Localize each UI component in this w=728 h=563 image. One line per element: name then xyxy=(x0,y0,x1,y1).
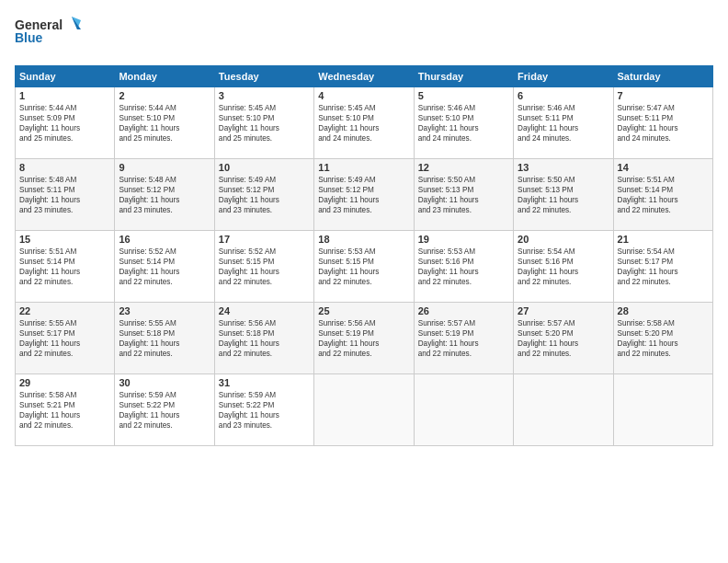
day-number: 20 xyxy=(518,234,609,245)
calendar-cell: 23Sunrise: 5:55 AM Sunset: 5:18 PM Dayli… xyxy=(115,303,214,374)
calendar-cell: 3Sunrise: 5:45 AM Sunset: 5:10 PM Daylig… xyxy=(214,87,313,159)
calendar-cell: 1Sunrise: 5:44 AM Sunset: 5:09 PM Daylig… xyxy=(16,87,115,159)
day-info: Sunrise: 5:50 AM Sunset: 5:13 PM Dayligh… xyxy=(518,175,609,215)
day-number: 2 xyxy=(119,90,210,101)
day-info: Sunrise: 5:52 AM Sunset: 5:14 PM Dayligh… xyxy=(119,247,210,287)
day-number: 26 xyxy=(418,305,509,316)
calendar-week-row: 15Sunrise: 5:51 AM Sunset: 5:14 PM Dayli… xyxy=(16,231,713,303)
calendar-cell: 22Sunrise: 5:55 AM Sunset: 5:17 PM Dayli… xyxy=(16,303,115,374)
day-number: 21 xyxy=(618,234,709,245)
day-info: Sunrise: 5:53 AM Sunset: 5:15 PM Dayligh… xyxy=(318,247,409,287)
day-number: 15 xyxy=(19,234,110,245)
day-info: Sunrise: 5:57 AM Sunset: 5:20 PM Dayligh… xyxy=(518,318,609,359)
day-info: Sunrise: 5:48 AM Sunset: 5:12 PM Dayligh… xyxy=(119,175,210,215)
calendar-cell xyxy=(613,374,712,446)
calendar-cell: 7Sunrise: 5:47 AM Sunset: 5:11 PM Daylig… xyxy=(613,87,712,159)
day-number: 22 xyxy=(19,305,110,316)
day-info: Sunrise: 5:53 AM Sunset: 5:16 PM Dayligh… xyxy=(418,247,509,287)
calendar-cell: 16Sunrise: 5:52 AM Sunset: 5:14 PM Dayli… xyxy=(115,231,214,303)
calendar-cell: 11Sunrise: 5:49 AM Sunset: 5:12 PM Dayli… xyxy=(314,159,414,231)
day-info: Sunrise: 5:57 AM Sunset: 5:19 PM Dayligh… xyxy=(418,318,509,359)
day-info: Sunrise: 5:55 AM Sunset: 5:17 PM Dayligh… xyxy=(19,318,110,359)
day-info: Sunrise: 5:45 AM Sunset: 5:10 PM Dayligh… xyxy=(318,103,409,144)
day-info: Sunrise: 5:46 AM Sunset: 5:11 PM Dayligh… xyxy=(518,103,609,144)
day-number: 9 xyxy=(119,162,210,173)
calendar-cell: 24Sunrise: 5:56 AM Sunset: 5:18 PM Dayli… xyxy=(214,303,313,374)
day-info: Sunrise: 5:50 AM Sunset: 5:13 PM Dayligh… xyxy=(418,175,509,215)
calendar-cell: 18Sunrise: 5:53 AM Sunset: 5:15 PM Dayli… xyxy=(314,231,414,303)
day-number: 12 xyxy=(418,162,509,173)
calendar-week-row: 8Sunrise: 5:48 AM Sunset: 5:11 PM Daylig… xyxy=(16,159,713,231)
calendar-cell: 17Sunrise: 5:52 AM Sunset: 5:15 PM Dayli… xyxy=(214,231,313,303)
calendar-cell: 28Sunrise: 5:58 AM Sunset: 5:20 PM Dayli… xyxy=(613,303,712,374)
day-info: Sunrise: 5:59 AM Sunset: 5:22 PM Dayligh… xyxy=(119,390,210,431)
calendar-cell xyxy=(514,374,613,446)
day-number: 1 xyxy=(19,90,110,101)
day-number: 31 xyxy=(219,377,310,388)
calendar-cell: 29Sunrise: 5:58 AM Sunset: 5:21 PM Dayli… xyxy=(16,374,115,446)
day-number: 18 xyxy=(318,234,409,245)
calendar-cell xyxy=(314,374,414,446)
calendar-cell: 2Sunrise: 5:44 AM Sunset: 5:10 PM Daylig… xyxy=(115,87,214,159)
day-info: Sunrise: 5:56 AM Sunset: 5:19 PM Dayligh… xyxy=(318,318,409,359)
day-number: 25 xyxy=(318,305,409,316)
calendar-header-sunday: Sunday xyxy=(16,66,115,87)
day-info: Sunrise: 5:44 AM Sunset: 5:10 PM Dayligh… xyxy=(119,103,210,144)
calendar-cell: 9Sunrise: 5:48 AM Sunset: 5:12 PM Daylig… xyxy=(115,159,214,231)
calendar-cell: 20Sunrise: 5:54 AM Sunset: 5:16 PM Dayli… xyxy=(514,231,613,303)
calendar-header-wednesday: Wednesday xyxy=(314,66,414,87)
day-number: 19 xyxy=(418,234,509,245)
page-header: General Blue xyxy=(15,15,713,56)
day-number: 4 xyxy=(318,90,409,101)
day-info: Sunrise: 5:56 AM Sunset: 5:18 PM Dayligh… xyxy=(219,318,310,359)
day-info: Sunrise: 5:51 AM Sunset: 5:14 PM Dayligh… xyxy=(618,175,709,215)
calendar-cell: 26Sunrise: 5:57 AM Sunset: 5:19 PM Dayli… xyxy=(414,303,513,374)
day-info: Sunrise: 5:46 AM Sunset: 5:10 PM Dayligh… xyxy=(418,103,509,144)
day-number: 24 xyxy=(219,305,310,316)
day-number: 8 xyxy=(19,162,110,173)
calendar-cell: 19Sunrise: 5:53 AM Sunset: 5:16 PM Dayli… xyxy=(414,231,513,303)
day-info: Sunrise: 5:49 AM Sunset: 5:12 PM Dayligh… xyxy=(318,175,409,215)
svg-text:Blue: Blue xyxy=(15,30,43,45)
day-info: Sunrise: 5:54 AM Sunset: 5:16 PM Dayligh… xyxy=(518,247,609,287)
day-info: Sunrise: 5:51 AM Sunset: 5:14 PM Dayligh… xyxy=(19,247,110,287)
calendar-cell: 27Sunrise: 5:57 AM Sunset: 5:20 PM Dayli… xyxy=(514,303,613,374)
day-number: 11 xyxy=(318,162,409,173)
calendar-week-row: 1Sunrise: 5:44 AM Sunset: 5:09 PM Daylig… xyxy=(16,87,713,159)
calendar-cell: 10Sunrise: 5:49 AM Sunset: 5:12 PM Dayli… xyxy=(214,159,313,231)
day-number: 5 xyxy=(418,90,509,101)
calendar-header-tuesday: Tuesday xyxy=(214,66,313,87)
calendar-cell: 14Sunrise: 5:51 AM Sunset: 5:14 PM Dayli… xyxy=(613,159,712,231)
calendar-header-thursday: Thursday xyxy=(414,66,513,87)
day-number: 6 xyxy=(518,90,609,101)
calendar-week-row: 22Sunrise: 5:55 AM Sunset: 5:17 PM Dayli… xyxy=(16,303,713,374)
day-info: Sunrise: 5:48 AM Sunset: 5:11 PM Dayligh… xyxy=(19,175,110,215)
logo: General Blue xyxy=(15,15,88,56)
calendar-week-row: 29Sunrise: 5:58 AM Sunset: 5:21 PM Dayli… xyxy=(16,374,713,446)
calendar-cell: 4Sunrise: 5:45 AM Sunset: 5:10 PM Daylig… xyxy=(314,87,414,159)
calendar-cell: 13Sunrise: 5:50 AM Sunset: 5:13 PM Dayli… xyxy=(514,159,613,231)
day-number: 3 xyxy=(219,90,310,101)
day-number: 27 xyxy=(518,305,609,316)
logo-svg: General Blue xyxy=(15,15,88,56)
calendar-cell: 15Sunrise: 5:51 AM Sunset: 5:14 PM Dayli… xyxy=(16,231,115,303)
day-number: 30 xyxy=(119,377,210,388)
calendar-table: SundayMondayTuesdayWednesdayThursdayFrid… xyxy=(15,65,713,446)
day-number: 29 xyxy=(19,377,110,388)
calendar-cell: 5Sunrise: 5:46 AM Sunset: 5:10 PM Daylig… xyxy=(414,87,513,159)
calendar-header-friday: Friday xyxy=(514,66,613,87)
day-number: 16 xyxy=(119,234,210,245)
calendar-cell: 21Sunrise: 5:54 AM Sunset: 5:17 PM Dayli… xyxy=(613,231,712,303)
calendar-cell: 6Sunrise: 5:46 AM Sunset: 5:11 PM Daylig… xyxy=(514,87,613,159)
calendar-cell xyxy=(414,374,513,446)
day-info: Sunrise: 5:55 AM Sunset: 5:18 PM Dayligh… xyxy=(119,318,210,359)
calendar-cell: 12Sunrise: 5:50 AM Sunset: 5:13 PM Dayli… xyxy=(414,159,513,231)
day-number: 28 xyxy=(618,305,709,316)
day-info: Sunrise: 5:52 AM Sunset: 5:15 PM Dayligh… xyxy=(219,247,310,287)
day-info: Sunrise: 5:59 AM Sunset: 5:22 PM Dayligh… xyxy=(219,390,310,431)
day-number: 10 xyxy=(219,162,310,173)
day-number: 7 xyxy=(618,90,709,101)
day-number: 17 xyxy=(219,234,310,245)
calendar-cell: 30Sunrise: 5:59 AM Sunset: 5:22 PM Dayli… xyxy=(115,374,214,446)
day-info: Sunrise: 5:58 AM Sunset: 5:21 PM Dayligh… xyxy=(19,390,110,431)
